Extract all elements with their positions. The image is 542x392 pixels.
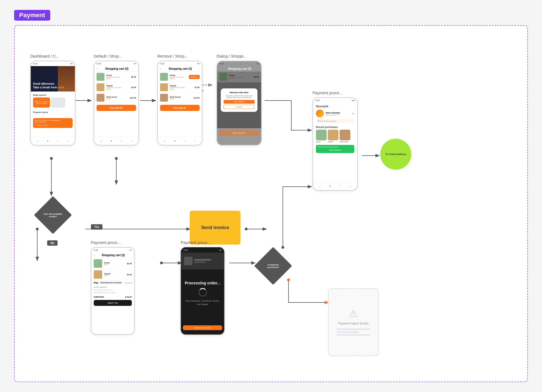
- page-title: Payment: [14, 10, 50, 21]
- processing-label: Payment proce...: [181, 240, 224, 245]
- heart-icon[interactable]: ♡: [56, 140, 59, 143]
- status-bar: 4:20 ▪▪▪: [31, 61, 75, 66]
- payment-success-wrapper: Is payment successful?: [255, 247, 291, 284]
- cart-bottom-nav: ⌂ ✦ ♡ ○: [94, 137, 138, 145]
- order-success: Your order has been placed Track deliver…: [316, 145, 354, 153]
- to-track-text: To Track Delivery: [385, 153, 406, 156]
- dark-item-img: [184, 257, 193, 265]
- track-delivery-group: To Track Delivery: [380, 139, 411, 170]
- remove-cart-phone: 4:20 ▪▪▪ ‹ Shopping cart (3) Seeds Japan…: [157, 61, 202, 145]
- search-icon[interactable]: ✦: [47, 140, 49, 143]
- dialog-cart-nav: ‹ Shopping cart (3): [217, 66, 261, 72]
- status-bar-2: 4:20 ▪▪▪: [94, 61, 138, 66]
- status-bar-5: 4:20 ▪▪▪▪: [313, 98, 357, 103]
- tokens-bar: 🏅 334 Tokens collected: [316, 119, 354, 123]
- main-container: Dashboard / C... 4:20 ▪▪▪ Good afternoon…: [14, 25, 528, 382]
- home-icon-3[interactable]: ⌂: [164, 140, 166, 143]
- apple-pay-btn[interactable]: Apple Pay: [94, 300, 132, 306]
- processing-title: Processing order...: [185, 281, 220, 285]
- payment-failure-group: ⚠ Payment Failure Screen: [328, 288, 379, 356]
- quest-items: Vouee 30 snacks orguilty pleasure: [33, 97, 73, 108]
- remove-cart-label: Remove / Shop...: [157, 54, 202, 58]
- apple-seeds-img: [94, 259, 102, 268]
- dialog-cart-title: Shopping cart (3): [220, 67, 259, 70]
- search-icon-2[interactable]: ✦: [110, 140, 112, 143]
- flow-canvas: Dashboard / C... 4:20 ▪▪▪ Good afternoon…: [23, 34, 519, 373]
- send-invoice-group: Send invoice: [190, 211, 241, 245]
- to-track-delivery-btn[interactable]: To Track Delivery: [380, 139, 411, 170]
- remove-dialog-box: Remove this item If proceed, all the ite…: [221, 88, 257, 112]
- payment-success-group: Is payment successful?: [255, 247, 291, 284]
- remove-btn[interactable]: Remove: [189, 75, 200, 79]
- cancel-link[interactable]: Cancel: [125, 282, 132, 284]
- remove-cart-group: Remove / Shop... 4:20 ▪▪▪ ‹ Shopping car…: [157, 54, 202, 145]
- dialog-bg: Seeds Japanese tea time ★★★★ $5.99 Remov…: [217, 72, 261, 128]
- apple-taiyaki-img: [94, 270, 102, 279]
- dashboard-phone: 4:20 ▪▪▪ Good afternoon.Take a break fro…: [30, 61, 75, 145]
- svg-point-21: [160, 262, 163, 264]
- billing-address: 227 MAIN ST SUITE 770SAN FRANCISCO CA 94…: [94, 289, 132, 294]
- cart-notification: You have 3 items in shopping cartcheck o…: [33, 118, 73, 128]
- profile-icon-2[interactable]: ○: [130, 140, 132, 143]
- home-icon[interactable]: ⌂: [37, 140, 39, 143]
- card-type: MASTERCARD PLATINUM: [99, 282, 123, 284]
- remove-simit-row: Simit lovers ★★★★ $15.99: [158, 93, 202, 103]
- dialog-cancel-btn[interactable]: Cancel: [224, 105, 255, 109]
- default-cart-label: Default / Shop...: [94, 54, 139, 58]
- search-icon-4[interactable]: ✦: [329, 185, 331, 188]
- remove-simit-image: [160, 94, 168, 102]
- track-btn[interactable]: Track delivery: [318, 148, 353, 152]
- heart-icon-2[interactable]: ♡: [120, 140, 123, 143]
- line-3: [336, 334, 370, 336]
- status-bar-6: 4:20 ▪▪▪: [91, 248, 134, 252]
- credits-decision-group: User has available credits?: [34, 197, 71, 233]
- search-icon-3[interactable]: ✦: [174, 140, 176, 143]
- dialog-yes-btn[interactable]: Yes, remove: [224, 100, 255, 104]
- no-label: No: [47, 240, 58, 246]
- heart-icon-3[interactable]: ♡: [183, 140, 186, 143]
- profile-icon[interactable]: ○: [67, 140, 69, 143]
- account-title: Account: [316, 104, 354, 108]
- send-invoice-text: Send invoice: [201, 225, 229, 230]
- quest-item-1: Vouee 30 snacks orguilty pleasure: [33, 97, 50, 108]
- cart-item-simit: Simit lovers ★★★★ $15.99: [94, 93, 138, 103]
- profile-icon-4[interactable]: ○: [349, 185, 351, 188]
- remove-taiyaki-row: Taiyaki Japanese ice cream ★★★★ $3.99: [158, 82, 202, 93]
- home-icon-4[interactable]: ⌂: [319, 185, 321, 188]
- apple-taiyaki-row: Taiyaki ★★★ $3.99: [91, 269, 134, 280]
- pay-button-2[interactable]: Pay $25.97: [160, 105, 200, 111]
- send-invoice-box: Send invoice: [190, 211, 241, 245]
- cancel-order-btn[interactable]: Cancel order (10s): [183, 325, 222, 330]
- cart-nav-2: ‹ Shopping cart (3): [158, 66, 202, 72]
- remove-seeds-row: Seeds Japanese tea time ★★★★ Remove: [158, 72, 202, 82]
- recent-seeds: Seeds: [316, 130, 327, 143]
- svg-point-17: [115, 157, 118, 160]
- processing-phone: 4:20 ▪▪▪ Processing order...: [181, 247, 224, 335]
- dashboard-label: Dashboard / C...: [30, 54, 75, 58]
- check-out-btn[interactable]: Check out now: [35, 124, 71, 127]
- account-phone-group: Payment proce... 4:20 ▪▪▪▪ Account Steve…: [312, 91, 358, 191]
- billing-details: STEVE DONATO 227 MAIN ST SUITE 770SAN FR…: [91, 285, 134, 295]
- status-bar-7: 4:20 ▪▪▪: [181, 248, 224, 252]
- pay-button-3[interactable]: Pay $25.97: [219, 130, 259, 136]
- credits-diamond-text: User has available credits?: [41, 212, 64, 217]
- total-amount: $ 31.97: [125, 296, 132, 298]
- remove-seeds-image: [160, 73, 168, 81]
- pay-button[interactable]: Pay $25.97: [97, 105, 136, 111]
- remove-taiyaki-image: [160, 83, 168, 91]
- dialog-cart-label: Dialog / Shoppi...: [217, 54, 262, 58]
- heart-icon-4[interactable]: ♡: [339, 185, 341, 188]
- dark-cart-header: [181, 252, 224, 269]
- failure-placeholder-lines: [336, 327, 370, 337]
- status-bar-4: 4:20 ▪▪▪: [217, 61, 261, 66]
- recent-items: Seeds Taiyaki Simit lovers: [313, 129, 357, 144]
- apple-seeds-row: Seeds ★★★ $5.99: [91, 258, 134, 269]
- home-icon-2[interactable]: ⌂: [100, 140, 102, 143]
- cart-title: Shopping cart (3): [97, 67, 136, 70]
- account-section: Account Steve Donato San Francisco, CA ✎…: [313, 103, 357, 126]
- page-wrapper: Payment: [8, 4, 534, 388]
- edit-icon[interactable]: ✎: [352, 112, 354, 115]
- profile-icon-3[interactable]: ○: [194, 140, 196, 143]
- dashboard-hero: Good afternoon.Take a break from work.: [31, 66, 75, 92]
- user-avatar: [316, 110, 324, 117]
